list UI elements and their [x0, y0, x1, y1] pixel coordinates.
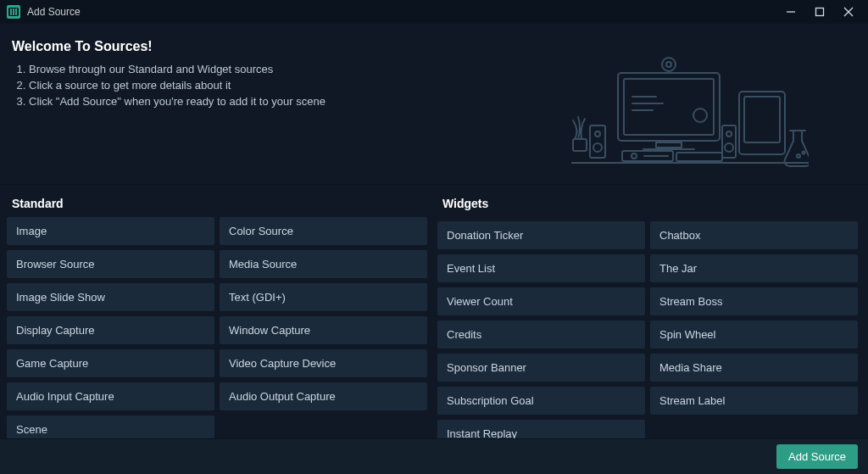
source-item-text-gdi[interactable]: Text (GDI+) [220, 283, 427, 311]
svg-rect-7 [656, 142, 682, 148]
source-item-color-source[interactable]: Color Source [220, 217, 427, 245]
source-item-media-source[interactable]: Media Source [220, 250, 427, 278]
svg-rect-16 [590, 125, 605, 158]
source-item-window-capture[interactable]: Window Capture [220, 316, 427, 344]
widget-item-media-share[interactable]: Media Share [650, 354, 858, 382]
svg-rect-1 [816, 8, 824, 16]
svg-point-14 [666, 62, 671, 67]
source-item-browser-source[interactable]: Browser Source [7, 250, 214, 278]
standard-column: Standard Image Color Source Browser Sour… [7, 192, 431, 438]
source-item-audio-input-capture[interactable]: Audio Input Capture [7, 382, 214, 410]
sources-content: Standard Image Color Source Browser Sour… [0, 185, 868, 438]
svg-rect-19 [573, 139, 587, 151]
maximize-button[interactable] [805, 0, 834, 24]
window-title: Add Source [27, 6, 81, 18]
source-item-audio-output-capture[interactable]: Audio Output Capture [220, 382, 427, 410]
widget-item-instant-replay[interactable]: Instant Replay [437, 420, 645, 438]
header-illustration [571, 54, 809, 173]
widget-item-donation-ticker[interactable]: Donation Ticker [437, 221, 645, 249]
source-item-video-capture-device[interactable]: Video Capture Device [220, 349, 427, 377]
svg-point-12 [693, 109, 707, 122]
welcome-header: Welcome To Sources! Browse through our S… [0, 24, 868, 185]
svg-rect-23 [676, 153, 722, 161]
svg-point-30 [797, 154, 800, 158]
widgets-column: Widgets Follower Goal Bit Goal Donation … [437, 192, 861, 438]
source-item-image[interactable]: Image [7, 217, 214, 245]
widgets-scroll[interactable]: Follower Goal Bit Goal Donation Ticker C… [437, 217, 861, 438]
widget-item-chatbox[interactable]: Chatbox [650, 221, 858, 249]
widget-item-sponsor-banner[interactable]: Sponsor Banner [437, 354, 645, 382]
source-item-game-capture[interactable]: Game Capture [7, 349, 214, 377]
widget-item-viewer-count[interactable]: Viewer Count [437, 287, 645, 315]
widget-item-stream-boss[interactable]: Stream Boss [650, 287, 858, 315]
widgets-heading: Widgets [437, 192, 861, 217]
svg-rect-24 [739, 92, 785, 154]
svg-rect-26 [722, 125, 736, 158]
svg-point-28 [725, 143, 733, 152]
welcome-heading: Welcome To Sources! [12, 39, 856, 54]
svg-point-13 [662, 58, 676, 71]
svg-rect-6 [624, 79, 714, 135]
standard-scroll[interactable]: Image Color Source Browser Source Media … [7, 217, 431, 438]
svg-point-31 [803, 152, 805, 154]
source-item-scene[interactable]: Scene [7, 415, 214, 438]
svg-point-27 [726, 131, 732, 137]
widget-item-credits[interactable]: Credits [437, 321, 645, 349]
widget-item-spin-wheel[interactable]: Spin Wheel [650, 321, 858, 349]
close-button[interactable] [834, 0, 863, 24]
footer: Add Source [0, 438, 868, 474]
widget-item-the-jar[interactable]: The Jar [650, 254, 858, 282]
source-item-image-slide-show[interactable]: Image Slide Show [7, 283, 214, 311]
add-source-button[interactable]: Add Source [776, 444, 858, 469]
widget-item-subscription-goal[interactable]: Subscription Goal [437, 387, 645, 415]
minimize-button[interactable] [776, 0, 805, 24]
svg-rect-5 [618, 73, 720, 141]
svg-point-17 [595, 131, 600, 137]
svg-rect-25 [744, 97, 780, 142]
svg-point-18 [593, 143, 602, 152]
standard-heading: Standard [7, 192, 431, 217]
titlebar: Add Source [0, 0, 868, 24]
svg-point-21 [632, 153, 637, 159]
widget-item-stream-label[interactable]: Stream Label [650, 387, 858, 415]
widget-item-event-list[interactable]: Event List [437, 254, 645, 282]
app-icon [7, 5, 20, 19]
source-item-display-capture[interactable]: Display Capture [7, 316, 214, 344]
